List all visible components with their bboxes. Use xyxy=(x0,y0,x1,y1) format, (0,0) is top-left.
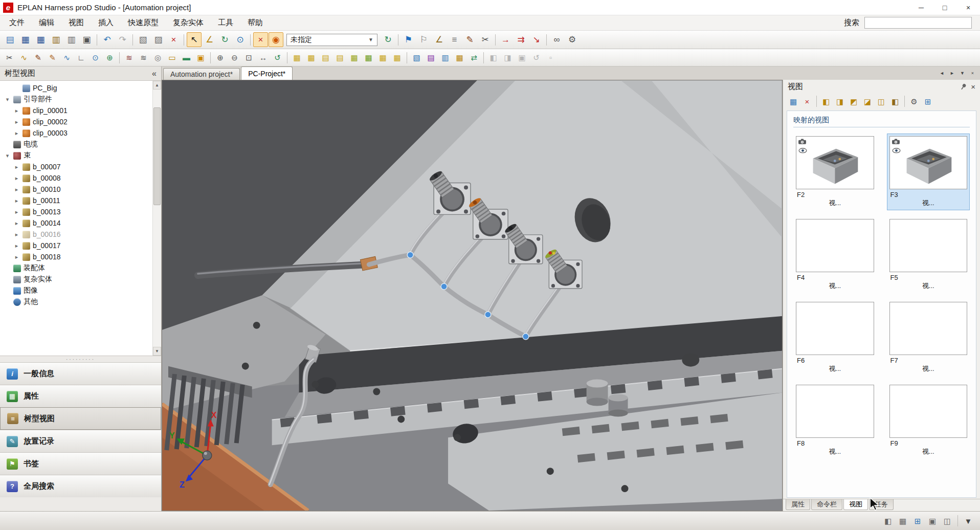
tree-item-PC_Big[interactable]: PC_Big xyxy=(0,82,152,94)
junction-icon[interactable]: ⊕ xyxy=(103,51,117,64)
tree-item-b_00010[interactable]: ▸b_00010 xyxy=(0,184,152,195)
maximize-button[interactable]: □ xyxy=(933,0,956,15)
view-back-icon[interactable]: ◧ xyxy=(888,95,902,108)
tree-expander-icon[interactable]: ▾ xyxy=(4,96,11,103)
new-cable-icon[interactable]: ≋ xyxy=(137,51,150,64)
minimize-button[interactable]: ─ xyxy=(909,0,933,15)
snap-toggle-icon[interactable]: ▣ xyxy=(926,514,939,527)
pin-panel-icon[interactable] xyxy=(959,82,968,91)
table-import-icon[interactable]: ▦ xyxy=(304,51,318,64)
tree-item-图像[interactable]: 图像 xyxy=(0,285,152,296)
zoom-in-icon[interactable]: ⊕ xyxy=(213,51,227,64)
tree-item-b_00014[interactable]: ▸b_00014 xyxy=(0,217,152,229)
export-document-icon[interactable]: ▥ xyxy=(49,32,63,47)
document-settings-icon[interactable]: ▥ xyxy=(64,32,79,47)
delete-icon[interactable]: × xyxy=(166,32,181,47)
3d-viewport[interactable]: X Y Z xyxy=(162,80,783,511)
table-move-down-icon[interactable]: ▤ xyxy=(333,51,347,64)
visibility-eye-icon[interactable] xyxy=(798,148,807,153)
tree-item-复杂实体[interactable]: 复杂实体 xyxy=(0,274,152,285)
tree-item-b_00017[interactable]: ▸b_00017 xyxy=(0,240,152,251)
place-bundle-icon[interactable]: ⇉ xyxy=(514,32,528,47)
zoom-out-icon[interactable]: ⊖ xyxy=(228,51,241,64)
camera-icon[interactable] xyxy=(892,138,900,145)
tree-item-clip_00001[interactable]: ▸clip_00001 xyxy=(0,105,152,116)
table-validate-icon[interactable]: ▦ xyxy=(362,51,375,64)
print-icon[interactable]: ▣ xyxy=(79,32,94,47)
tree-expander-icon[interactable]: ▸ xyxy=(13,119,20,125)
archive-icon[interactable]: ▣ xyxy=(515,51,529,64)
view-thumbnail-F4[interactable]: F4视... xyxy=(793,216,877,293)
bill-of-materials-icon[interactable]: ▦ xyxy=(453,51,466,64)
cable-label-icon[interactable]: ▣ xyxy=(194,51,208,64)
drawing-sheet-icon[interactable]: ▤ xyxy=(424,51,438,64)
rotate-tool-icon[interactable]: ↻ xyxy=(217,32,232,47)
save-all-icon[interactable]: ▦ xyxy=(33,32,48,47)
wrap-spiral-icon[interactable]: ◎ xyxy=(151,51,165,64)
orbit-icon[interactable]: ↺ xyxy=(271,51,284,64)
table-sync-icon[interactable]: ▦ xyxy=(347,51,361,64)
control-point-icon[interactable]: ⊙ xyxy=(233,32,248,47)
panel-button-general-info[interactable]: 一般信息 xyxy=(0,362,161,385)
tree-item-clip_00003[interactable]: ▸clip_00003 xyxy=(0,127,152,139)
view-thumbnail-F3[interactable]: F3视... xyxy=(887,134,970,210)
place-route-icon[interactable]: ↘ xyxy=(529,32,544,47)
view-top-icon[interactable]: ◩ xyxy=(847,95,860,108)
display-grid-icon[interactable]: ≡ xyxy=(447,32,462,47)
copy-icon[interactable]: ▧ xyxy=(136,32,150,47)
tree-expander-icon[interactable]: ▾ xyxy=(4,152,11,159)
nailboard-view-icon[interactable]: ▧ xyxy=(410,51,424,64)
tree-item-装配体[interactable]: 装配体 xyxy=(0,262,152,274)
table-settings-icon[interactable]: ▦ xyxy=(390,51,404,64)
zoom-fit-icon[interactable]: ⊡ xyxy=(242,51,256,64)
tree-item-b_00008[interactable]: ▸b_00008 xyxy=(0,172,152,184)
tree-expander-icon[interactable]: ▸ xyxy=(13,220,20,227)
report-icon[interactable]: ▥ xyxy=(438,51,452,64)
tree-expander-icon[interactable]: ▸ xyxy=(13,254,20,260)
tape-icon[interactable]: ▬ xyxy=(180,51,193,64)
tree-item-b_00011[interactable]: ▸b_00011 xyxy=(0,195,152,206)
panel-splitter[interactable]: ········· xyxy=(0,356,161,362)
close-button[interactable]: × xyxy=(956,0,980,15)
history-icon[interactable]: ↺ xyxy=(529,51,543,64)
tree-item-b_00013[interactable]: ▸b_00013 xyxy=(0,206,152,217)
redo-icon[interactable]: ↷ xyxy=(115,32,130,47)
tree-item-b_00018[interactable]: ▸b_00018 xyxy=(0,251,152,262)
scroll-up-icon[interactable]: ▲ xyxy=(153,81,161,90)
tree-item-电缆[interactable]: 电缆 xyxy=(0,139,152,150)
pan-icon[interactable]: ↔ xyxy=(256,51,270,64)
view-layout-icon[interactable]: ⊞ xyxy=(921,95,934,108)
tab-scroll-left-icon[interactable]: ◄ xyxy=(938,69,946,77)
sync-project-icon[interactable]: ⇄ xyxy=(467,51,481,64)
tree-expander-icon[interactable]: ▸ xyxy=(13,186,20,193)
navigate-next-flag-icon[interactable]: ⚑ xyxy=(401,32,416,47)
view-thumbnail-F5[interactable]: F5视... xyxy=(887,216,970,293)
collision-check-icon[interactable]: ◉ xyxy=(269,32,283,47)
panel-button-global-search[interactable]: 全局搜索 xyxy=(0,475,161,497)
render-mode-icon[interactable]: ◧ xyxy=(881,514,895,527)
menu-insert[interactable]: 插入 xyxy=(91,15,121,30)
tree-item-b_00007[interactable]: ▸b_00007 xyxy=(0,161,152,172)
tab-scroll-right-icon[interactable]: ► xyxy=(948,69,956,77)
paste-icon[interactable]: ▨ xyxy=(151,32,166,47)
tree-item-b_00016[interactable]: ▸b_00016 xyxy=(0,229,152,240)
camera-icon[interactable] xyxy=(798,138,807,145)
tree-expander-icon[interactable]: ▸ xyxy=(13,242,20,249)
menu-complex-solids[interactable]: 复杂实体 xyxy=(166,15,211,30)
undo-icon[interactable]: ↶ xyxy=(100,32,115,47)
menu-view[interactable]: 视图 xyxy=(61,15,91,30)
close-panel-icon[interactable]: × xyxy=(971,83,975,91)
insert-node-icon[interactable]: ⊙ xyxy=(88,51,102,64)
compare-icon[interactable]: ◧ xyxy=(486,51,500,64)
view-thumbnail-F2[interactable]: F2视... xyxy=(793,134,877,210)
merge-icon[interactable]: ◨ xyxy=(501,51,515,64)
document-tab[interactable]: PC-Project* xyxy=(241,67,293,80)
tab-close-icon[interactable]: × xyxy=(968,69,977,77)
cut-segment-icon[interactable]: ✂ xyxy=(3,51,16,64)
grid-toggle-icon[interactable]: ⊞ xyxy=(911,514,924,527)
draw-pencil-icon[interactable]: ✎ xyxy=(46,51,59,64)
tree-expander-icon[interactable]: ▸ xyxy=(13,164,20,170)
panel-button-tree-view[interactable]: 树型视图 xyxy=(0,407,161,430)
draw-pen-icon[interactable]: ✎ xyxy=(31,51,45,64)
table-edit-icon[interactable]: ▦ xyxy=(376,51,390,64)
